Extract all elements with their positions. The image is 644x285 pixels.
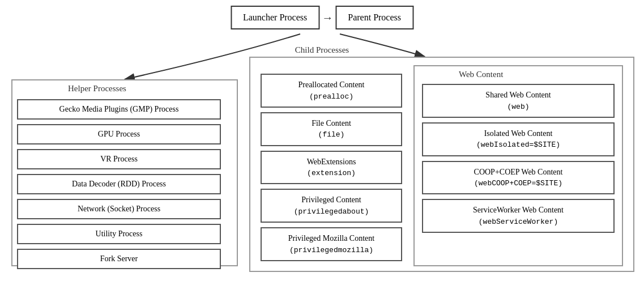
web-item-1: Isolated Web Content (webIsolated=$SITE) bbox=[422, 122, 615, 156]
helper-item-5: Utility Process bbox=[17, 224, 221, 244]
helper-item-6: Fork Server bbox=[17, 249, 221, 269]
web-item-0: Shared Web Content (web) bbox=[422, 84, 615, 118]
launcher-label: Launcher Process bbox=[243, 12, 307, 22]
web-item-3: ServiceWorker Web Content (webServiceWor… bbox=[422, 199, 615, 233]
web-content-label: Web Content bbox=[459, 70, 503, 79]
helper-item-1: GPU Process bbox=[17, 124, 221, 144]
helper-item-0: Gecko Media Plugins (GMP) Process bbox=[17, 99, 221, 120]
middle-item-1: File Content (file) bbox=[261, 112, 402, 146]
diagram: Launcher Process → Parent Process Child … bbox=[0, 0, 644, 285]
web-item-2: COOP+COEP Web Content (webCOOP+COEP=$SIT… bbox=[422, 161, 615, 195]
launcher-process-box: Launcher Process bbox=[231, 6, 319, 29]
parent-process-box: Parent Process bbox=[335, 6, 413, 29]
parent-label: Parent Process bbox=[348, 12, 401, 22]
middle-item-0: Preallocated Content (prealloc) bbox=[261, 74, 402, 108]
helper-processes-label: Helper Processes bbox=[68, 84, 126, 93]
top-boxes: Launcher Process → Parent Process bbox=[231, 6, 413, 29]
helper-item-2: VR Process bbox=[17, 149, 221, 169]
launcher-to-parent-arrow: → bbox=[319, 11, 335, 24]
child-processes-label: Child Processes bbox=[295, 45, 349, 55]
helper-items: Gecko Media Plugins (GMP) Process GPU Pr… bbox=[17, 99, 221, 269]
web-items: Shared Web Content (web) Isolated Web Co… bbox=[422, 84, 615, 233]
middle-item-2: WebExtensions (extension) bbox=[261, 151, 402, 185]
middle-item-4: Privileged Mozilla Content (privilegedmo… bbox=[261, 227, 402, 261]
helper-item-3: Data Decoder (RDD) Process bbox=[17, 174, 221, 194]
middle-item-3: Privileged Content (privilegedabout) bbox=[261, 189, 402, 223]
helper-item-4: Network (Socket) Process bbox=[17, 199, 221, 219]
middle-column: Preallocated Content (prealloc) File Con… bbox=[261, 74, 402, 261]
